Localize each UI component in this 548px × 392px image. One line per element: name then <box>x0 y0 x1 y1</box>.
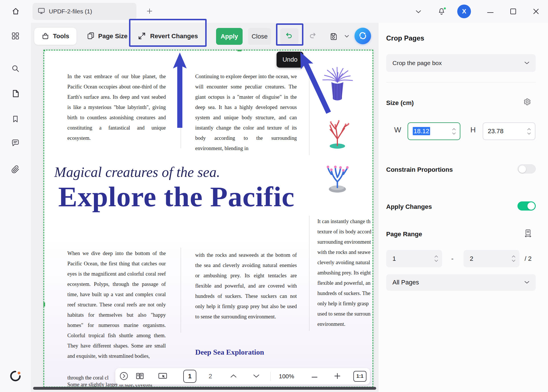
updf-logo[interactable] <box>8 369 23 384</box>
size-settings-button[interactable] <box>521 96 533 108</box>
height-input[interactable]: 23.78 <box>483 122 535 140</box>
column-divider <box>309 216 309 331</box>
tools-button[interactable]: Tools <box>34 27 77 45</box>
paragraph-col1-top: In the vast embrace of our blue planet, … <box>67 71 166 143</box>
pdf-page: In the vast embrace of our blue planet, … <box>43 50 373 387</box>
crop-mode-value: Crop the page box <box>392 60 442 66</box>
chevron-down-icon <box>253 374 260 379</box>
close-window-button[interactable] <box>529 5 543 18</box>
range-separator: - <box>451 254 454 262</box>
tab-list-dropdown-button[interactable] <box>412 6 425 18</box>
width-value-selected: 18.12 <box>413 127 430 135</box>
updf-app-window: UPDF-2-files (1) X <box>0 0 548 392</box>
sidebar-item-apps[interactable] <box>8 29 23 44</box>
undo-tooltip: Undo <box>277 52 303 68</box>
grid-icon <box>11 32 20 41</box>
crop-handle-left-center[interactable] <box>43 302 45 306</box>
horizontal-scrollbar[interactable] <box>33 387 376 390</box>
apply-changes-toggle[interactable] <box>517 201 536 211</box>
actual-size-button[interactable]: 1:1 <box>353 371 366 382</box>
crop-pages-panel: Crop Pages Crop the page box Size (cm) W… <box>378 23 548 392</box>
width-input[interactable]: 18.12 <box>408 122 460 140</box>
zoom-in-button[interactable] <box>330 368 345 385</box>
next-page-button[interactable] <box>249 368 264 385</box>
column-divider <box>309 72 309 155</box>
ai-assistant-icon <box>358 31 368 41</box>
column-divider <box>181 248 181 333</box>
sidebar-item-pages[interactable] <box>8 86 23 102</box>
page-number-current[interactable]: 1 <box>183 370 196 383</box>
panel-title: Crop Pages <box>386 34 424 42</box>
redo-button[interactable] <box>303 28 321 45</box>
save-options-dropdown[interactable] <box>342 28 352 45</box>
sidebar-item-attachments[interactable] <box>8 161 23 177</box>
page-range-options-button[interactable] <box>522 227 534 240</box>
document-tab[interactable]: UPDF-2-files (1) <box>33 3 136 20</box>
revert-changes-label: Revert Changes <box>150 33 198 40</box>
height-label: H <box>470 126 476 134</box>
range-to-stepper[interactable] <box>512 255 515 262</box>
range-to-input[interactable]: 2 <box>464 250 519 267</box>
sidebar-item-search[interactable] <box>8 61 23 76</box>
new-tab-button[interactable] <box>143 5 156 18</box>
apply-changes-label: Apply Changes <box>386 203 432 211</box>
toggle-knob <box>519 165 526 173</box>
range-from-stepper[interactable] <box>434 255 438 262</box>
paragraph-col2-top: Continuing to explore deeper into the oc… <box>195 71 297 153</box>
toggle-knob <box>527 202 535 210</box>
pager-divider <box>270 372 271 381</box>
height-stepper[interactable] <box>527 128 531 135</box>
apply-button[interactable]: Apply <box>216 28 243 45</box>
column-divider <box>181 72 181 148</box>
revert-changes-button[interactable]: Revert Changes <box>134 28 202 45</box>
document-workspace: Tools Page Size Revert Changes Apply Clo… <box>31 23 378 392</box>
maximize-button[interactable] <box>507 5 520 18</box>
plus-icon <box>146 8 153 15</box>
page-range-icon <box>524 229 532 238</box>
page-size-button[interactable]: Page Size <box>84 27 130 45</box>
revert-expand-icon <box>138 32 146 41</box>
doc-subtitle: Magical creatures of the sea. <box>54 164 220 180</box>
redo-icon <box>308 32 317 41</box>
account-avatar[interactable]: X <box>457 5 471 18</box>
paperclip-icon <box>11 165 20 174</box>
two-page-view-button[interactable] <box>132 368 148 385</box>
undo-button[interactable] <box>280 28 299 45</box>
chevron-down-icon <box>416 10 421 14</box>
minimize-icon <box>487 10 493 14</box>
range-from-input[interactable]: 1 <box>386 250 442 267</box>
expand-panel-button[interactable] <box>116 368 131 385</box>
page-navigation-bar: 1 2 100% <box>115 368 370 385</box>
presentation-screen-icon <box>158 372 168 381</box>
previous-page-button[interactable] <box>226 368 241 385</box>
toolbox-icon <box>41 32 49 41</box>
minimize-button[interactable] <box>484 5 497 18</box>
page-thumbnails-icon <box>11 89 20 99</box>
notifications-button[interactable] <box>435 5 448 18</box>
range-total: / 2 <box>525 255 531 262</box>
range-from-value: 1 <box>392 255 396 262</box>
crop-mode-dropdown[interactable]: Crop the page box <box>386 54 536 72</box>
save-button[interactable] <box>325 28 341 45</box>
home-button[interactable] <box>7 3 24 20</box>
crop-handle-top-center[interactable] <box>237 50 241 51</box>
page-scope-dropdown[interactable]: All Pages <box>386 274 536 291</box>
tools-label: Tools <box>53 33 69 40</box>
crop-handle-top-left[interactable] <box>43 50 45 51</box>
save-icon <box>329 32 337 41</box>
sidebar-item-comments[interactable] <box>8 136 23 151</box>
page-scope-value: All Pages <box>392 279 419 286</box>
sidebar-item-bookmarks[interactable] <box>8 112 23 127</box>
width-stepper[interactable] <box>452 128 456 135</box>
presentation-mode-button[interactable] <box>155 368 171 385</box>
page-number-2[interactable]: 2 <box>204 370 217 383</box>
zoom-level[interactable]: 100% <box>279 368 294 385</box>
comment-icon <box>11 139 20 148</box>
page-range-label: Page Range <box>386 231 422 238</box>
constrain-proportions-toggle[interactable] <box>517 164 536 173</box>
close-crop-button[interactable]: Close <box>248 28 271 45</box>
ai-assistant-button[interactable] <box>354 28 371 44</box>
page-size-label: Page Size <box>98 33 128 40</box>
zoom-out-button[interactable] <box>307 368 322 385</box>
doc-title: Explore the Pacific <box>58 180 295 213</box>
